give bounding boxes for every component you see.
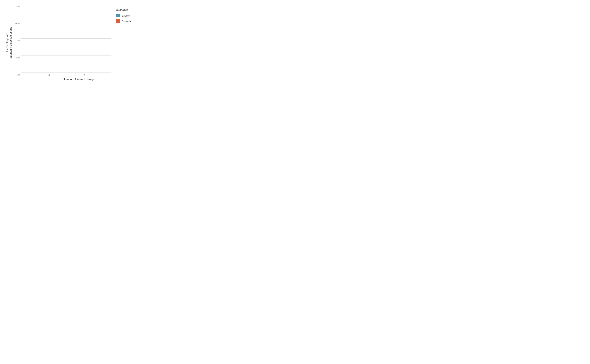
plot-inner bbox=[21, 5, 111, 72]
x-axis-ticks: 4 16 bbox=[21, 74, 111, 77]
x-tick-16: 16 bbox=[70, 74, 97, 77]
x-axis-label: Number of items in image bbox=[13, 78, 144, 81]
y-axis-ticks: 0% 20% 40% 60% 80% bbox=[13, 5, 21, 77]
plot-and-legend: 0% 20% 40% 60% 80% bbox=[13, 5, 144, 77]
y-tick-20: 20% bbox=[13, 56, 21, 59]
legend-label-english: English bbox=[122, 14, 130, 17]
legend: language English Spanish bbox=[111, 5, 144, 77]
legend-swatch-english bbox=[116, 14, 120, 17]
legend-label-spanish: Spanish bbox=[122, 20, 131, 23]
x-tick-4: 4 bbox=[36, 74, 62, 77]
legend-item-english: English bbox=[116, 14, 130, 17]
chart-area: 0% 20% 40% 60% 80% bbox=[13, 5, 144, 81]
legend-item-spanish: Spanish bbox=[116, 19, 131, 23]
y-tick-60: 60% bbox=[13, 22, 21, 25]
y-tick-40: 40% bbox=[13, 39, 21, 42]
y-tick-0: 0% bbox=[13, 73, 21, 76]
y-axis-label: Percentage ofredundant adjective usage bbox=[3, 5, 13, 81]
legend-swatch-spanish bbox=[116, 19, 120, 23]
bars-container bbox=[21, 5, 111, 72]
y-tick-80: 80% bbox=[13, 5, 21, 8]
plot-container: 0% 20% 40% 60% 80% bbox=[13, 5, 111, 77]
chart-wrapper: Percentage ofredundant adjective usage 0… bbox=[0, 0, 148, 91]
legend-title: language bbox=[116, 8, 128, 12]
